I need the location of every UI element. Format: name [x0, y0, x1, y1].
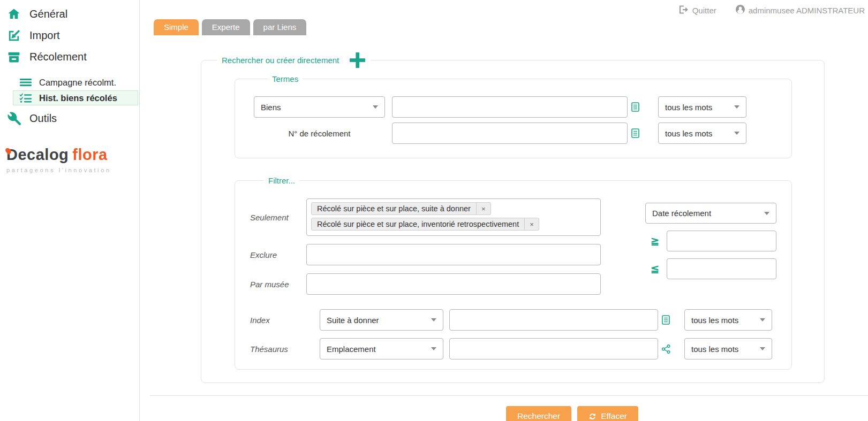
sidebar-item-recolement[interactable]: Récolement [0, 46, 139, 67]
par-musee-input[interactable] [306, 273, 601, 295]
date-filter-panel: Date récolement ≧ ≦ [645, 203, 776, 279]
app-logo: Decalogflora partageons l'innovation [6, 146, 139, 173]
date-to-input[interactable] [667, 258, 776, 279]
chevron-down-icon [760, 347, 765, 350]
sidebar-item-label: Outils [29, 112, 57, 125]
wrench-icon [6, 111, 21, 125]
sidebar-item-label: Campagne récolmt. [39, 78, 116, 88]
filtrer-legend: Filtrer... [264, 176, 299, 185]
index-match-select[interactable]: tous les mots [684, 309, 772, 331]
index-field-select[interactable]: Suite à donner [320, 309, 443, 331]
sidebar-item-general[interactable]: Général [0, 3, 139, 25]
user-label: adminmusee ADMINSTRATEUR [749, 6, 865, 15]
search-form: Rechercher ou créer directement Termes B… [201, 51, 825, 383]
authority-list-icon[interactable] [631, 128, 640, 138]
date-from-input[interactable] [667, 231, 776, 251]
thesaurus-input[interactable] [449, 338, 658, 359]
main-content: Quitter adminmusee ADMINSTRATEUR Simple … [140, 0, 868, 421]
clear-button[interactable]: Effacer [577, 406, 638, 421]
field-type-select[interactable]: Biens [254, 96, 385, 118]
greater-equal-icon: ≧ [645, 235, 667, 247]
match-mode-select[interactable]: tous les mots [658, 123, 746, 144]
add-record-button[interactable] [349, 51, 366, 69]
index-row: Index Suite à donner [250, 309, 791, 331]
match-mode-select[interactable]: tous les mots [658, 96, 746, 118]
thesaurus-label: Thésaurus [250, 345, 306, 354]
search-form-legend: Rechercher ou créer directement [217, 51, 371, 69]
chevron-down-icon [431, 318, 436, 322]
actions-bar: Rechercher Effacer [506, 406, 868, 421]
tag-close-icon[interactable]: × [476, 203, 490, 215]
tab-par-liens[interactable]: par Liens [253, 19, 307, 35]
search-button[interactable]: Rechercher [506, 406, 571, 421]
date-gte-row: ≧ [645, 231, 776, 251]
checklist-icon [19, 93, 33, 103]
less-equal-icon: ≦ [645, 263, 667, 275]
logo-brand-secondary: flora [72, 146, 107, 164]
thesaurus-row: Thésaurus Emplacement [250, 338, 791, 359]
search-mode-tabs: Simple Experte par Liens [154, 19, 868, 35]
sidebar-item-label: Récolement [29, 51, 87, 63]
par-musee-label: Par musée [250, 280, 306, 289]
home-icon [6, 7, 21, 21]
sidebar-item-campagne-recolement[interactable]: Campagne récolmt. [13, 75, 138, 90]
chevron-down-icon [431, 347, 436, 350]
quit-label: Quitter [692, 6, 716, 15]
sidebar-item-label: Import [29, 29, 60, 42]
topbar: Quitter adminmusee ADMINSTRATEUR [140, 0, 868, 16]
termes-section: Termes Biens [235, 74, 792, 158]
authority-list-icon[interactable] [631, 102, 640, 112]
logo-brand-primary: Decalog [6, 146, 69, 164]
user-icon [736, 5, 745, 16]
tab-simple[interactable]: Simple [154, 19, 199, 35]
actions-divider [150, 395, 868, 396]
sidebar-item-hist-biens-recoles[interactable]: Hist. biens récolés [13, 90, 138, 105]
chevron-down-icon [734, 132, 739, 135]
sidebar-submenu: Campagne récolmt. Hist. biens récolés [0, 75, 139, 105]
seulement-tags-field[interactable]: Récolé sur pièce et sur place, suite à d… [306, 198, 601, 236]
termes-row-recolement: N° de récolement tous les mots [254, 123, 791, 144]
refresh-icon [588, 412, 597, 420]
quit-button[interactable]: Quitter [679, 5, 716, 16]
sidebar-item-label: Général [29, 8, 67, 20]
recolement-number-input[interactable] [392, 123, 628, 144]
thesaurus-match-select[interactable]: tous les mots [684, 338, 772, 359]
chevron-down-icon [373, 105, 378, 109]
logo-tagline: partageons l'innovation [6, 167, 139, 173]
date-lte-row: ≦ [645, 258, 776, 279]
tag-close-icon[interactable]: × [524, 218, 539, 230]
import-icon [6, 28, 21, 42]
termes-legend: Termes [268, 74, 303, 83]
sidebar: Général Import Récolement [0, 0, 140, 421]
recolement-number-label: N° de récolement [254, 129, 385, 138]
index-input[interactable] [449, 309, 658, 331]
date-field-select[interactable]: Date récolement [645, 203, 776, 224]
chevron-down-icon [760, 318, 765, 322]
tab-experte[interactable]: Experte [202, 19, 250, 35]
filter-tag: Récolé sur pièce et sur place, suite à d… [311, 202, 491, 215]
termes-row-biens: Biens tous les mots [254, 96, 791, 118]
menu-lines-icon [19, 77, 33, 88]
archive-box-icon [6, 50, 21, 64]
chevron-down-icon [764, 212, 769, 215]
thesaurus-field-select[interactable]: Emplacement [320, 338, 443, 359]
sidebar-item-import[interactable]: Import [0, 25, 139, 46]
authority-list-icon[interactable] [662, 315, 671, 325]
chevron-down-icon [734, 105, 739, 109]
index-label: Index [250, 316, 306, 325]
seulement-label: Seulement [250, 213, 306, 222]
sidebar-item-label: Hist. biens récolés [39, 93, 117, 103]
exclure-input[interactable] [306, 244, 601, 265]
thesaurus-tree-icon[interactable] [662, 345, 671, 354]
logout-icon [679, 5, 689, 16]
filtrer-section: Filtrer... Seulement Récolé sur pièce et… [235, 176, 792, 370]
filter-tag: Récolé sur pièce et sur place, inventori… [311, 218, 539, 231]
exclure-label: Exclure [250, 250, 306, 259]
sidebar-item-outils[interactable]: Outils [0, 108, 139, 129]
user-menu[interactable]: adminmusee ADMINSTRATEUR [736, 5, 865, 16]
app-root: Général Import Récolement [0, 0, 868, 421]
termes-search-input[interactable] [392, 96, 628, 118]
plus-icon [349, 51, 366, 69]
